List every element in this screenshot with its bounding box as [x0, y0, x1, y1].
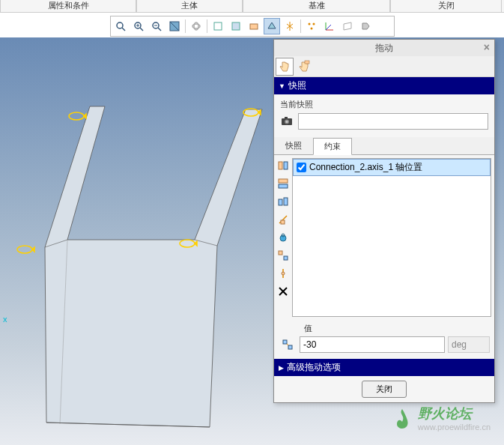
axis-display-icon[interactable]: [282, 18, 298, 34]
collapse-icon: ▼: [279, 82, 285, 90]
drag-hand-icon[interactable]: [276, 58, 294, 76]
svg-point-37: [286, 121, 288, 123]
svg-rect-35: [285, 117, 288, 119]
svg-point-46: [280, 235, 286, 241]
zoom-window-icon[interactable]: [166, 18, 183, 34]
unit-display: deg: [448, 336, 490, 353]
tab-snapshot[interactable]: 快照: [274, 137, 313, 154]
ribbon-group[interactable]: 基准: [243, 0, 390, 13]
motion-axis-icon[interactable]: [276, 212, 291, 227]
spin-icon[interactable]: [188, 18, 204, 34]
svg-rect-55: [288, 345, 292, 349]
snapshot-header[interactable]: ▼ 快照: [274, 77, 494, 94]
ribbon-group[interactable]: 属性和条件: [0, 0, 136, 13]
mate-icon[interactable]: [276, 176, 291, 191]
svg-rect-14: [232, 22, 240, 30]
snapshot-name-input[interactable]: [298, 113, 488, 130]
axis-label-x: x: [3, 315, 7, 324]
constraint-toolbar: [274, 155, 292, 320]
view-toolbar: [0, 13, 504, 40]
constraint-list[interactable]: Connection_2.axis_1 轴位置: [292, 158, 491, 317]
ribbon-groups: 属性和条件 主体 基准 关闭: [0, 0, 504, 13]
expand-icon: ▶: [279, 364, 284, 372]
dialog-tabs: 快照 约束: [274, 137, 494, 155]
constraint-area: Connection_2.axis_1 轴位置: [274, 155, 494, 320]
current-snapshot-label: 当前快照: [280, 99, 488, 110]
svg-point-19: [308, 23, 310, 25]
value-section: 值 deg: [274, 320, 494, 359]
svg-line-56: [287, 344, 288, 345]
constraint-label: Connection_2.axis_1 轴位置: [309, 161, 422, 174]
svg-line-5: [140, 28, 143, 31]
constraint-checkbox[interactable]: [297, 163, 306, 172]
dialog-title-text: 拖动: [375, 42, 393, 55]
model-tree-icon[interactable]: [357, 18, 374, 34]
close-icon[interactable]: ×: [484, 41, 490, 53]
ribbon-group[interactable]: 主体: [136, 0, 243, 13]
svg-rect-43: [284, 198, 288, 205]
svg-point-20: [312, 23, 315, 25]
svg-rect-49: [284, 256, 288, 260]
dialog-toolbar: [274, 56, 494, 77]
body-lock-icon[interactable]: [276, 230, 291, 245]
constraint-item[interactable]: Connection_2.axis_1 轴位置: [293, 159, 491, 176]
svg-rect-41: [279, 184, 288, 188]
display-style-icon[interactable]: [210, 18, 226, 34]
dialog-titlebar[interactable]: 拖动 ×: [274, 40, 494, 56]
ground-icon[interactable]: [276, 266, 291, 281]
svg-rect-40: [279, 179, 288, 183]
zoom-in-icon[interactable]: [130, 18, 147, 34]
camera-icon[interactable]: [280, 114, 294, 130]
delete-constraint-icon[interactable]: [276, 284, 291, 299]
csys-display-icon[interactable]: [321, 18, 338, 34]
svg-point-51: [282, 272, 285, 275]
svg-line-1: [122, 28, 125, 31]
datum-display-icon[interactable]: [228, 18, 244, 34]
ribbon-group[interactable]: 关闭: [390, 0, 502, 13]
tab-constraint[interactable]: 约束: [313, 138, 352, 155]
plane-display-icon[interactable]: [339, 18, 356, 34]
zoom-fit-icon[interactable]: [112, 18, 129, 34]
svg-line-8: [158, 28, 161, 31]
value-label: 值: [279, 323, 490, 334]
svg-point-29: [69, 112, 84, 120]
annotation-icon[interactable]: [246, 18, 262, 34]
svg-rect-39: [284, 162, 288, 169]
advanced-drag-header[interactable]: ▶ 高级拖动选项: [274, 359, 494, 376]
orient-icon[interactable]: [276, 194, 291, 209]
svg-rect-15: [250, 24, 258, 29]
value-input[interactable]: [300, 336, 445, 353]
svg-rect-42: [279, 199, 282, 205]
value-icon[interactable]: [279, 336, 297, 353]
svg-rect-38: [279, 162, 282, 169]
render-icon[interactable]: [264, 18, 280, 34]
svg-rect-48: [279, 251, 282, 255]
svg-rect-33: [305, 61, 309, 64]
align-icon[interactable]: [276, 158, 291, 173]
svg-line-24: [326, 25, 331, 30]
svg-rect-45: [281, 220, 285, 224]
svg-point-21: [310, 28, 312, 30]
zoom-out-icon[interactable]: [148, 18, 165, 34]
svg-rect-54: [283, 340, 287, 344]
svg-point-31: [17, 246, 32, 253]
close-button[interactable]: 关闭: [362, 381, 407, 398]
dialog-footer: 关闭: [274, 376, 494, 402]
svg-point-0: [117, 22, 123, 28]
drag-select-icon[interactable]: [295, 58, 313, 76]
svg-rect-13: [214, 22, 222, 30]
point-display-icon[interactable]: [303, 18, 320, 34]
enable-disable-icon[interactable]: [276, 248, 291, 263]
drag-dialog: 拖动 × ▼ 快照 当前快照 快照 约束: [273, 39, 495, 403]
snapshot-section: 当前快照: [274, 94, 494, 137]
